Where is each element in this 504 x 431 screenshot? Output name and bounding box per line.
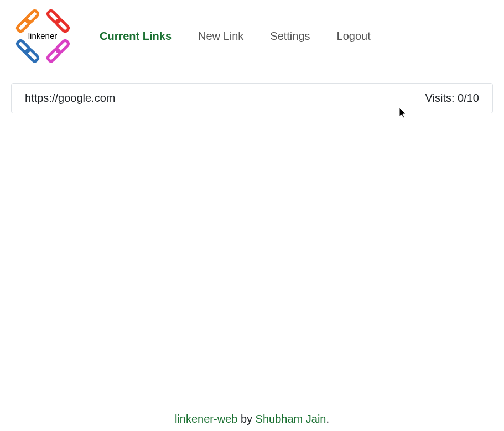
link-card[interactable]: https://google.com Visits: 0/10 [11, 83, 493, 113]
link-visits: Visits: 0/10 [425, 92, 479, 105]
logo-text: linkener [28, 31, 58, 40]
footer-project-link[interactable]: linkener-web [175, 413, 237, 425]
nav-links: Current Links New Link Settings Logout [100, 30, 371, 43]
linkener-logo-icon: linkener [11, 6, 75, 66]
main-content: https://google.com Visits: 0/10 [0, 72, 504, 124]
footer-author-link[interactable]: Shubham Jain [256, 413, 326, 425]
logo[interactable]: linkener [11, 6, 75, 66]
footer-by-text: by [237, 413, 255, 425]
nav-logout[interactable]: Logout [337, 30, 371, 43]
footer-period: . [326, 413, 329, 425]
link-url: https://google.com [25, 92, 115, 105]
nav-settings[interactable]: Settings [270, 30, 310, 43]
nav-current-links[interactable]: Current Links [100, 30, 172, 43]
navbar: linkener Current Links New Link Settings… [0, 0, 504, 72]
footer: linkener-web by Shubham Jain. [0, 413, 504, 425]
nav-new-link[interactable]: New Link [198, 30, 243, 43]
